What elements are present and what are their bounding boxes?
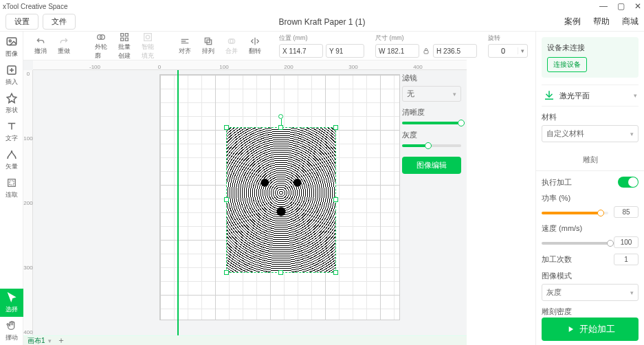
- connect-device-button[interactable]: 连接设备: [547, 57, 587, 72]
- store-link[interactable]: 商城: [622, 16, 639, 27]
- gray-slider[interactable]: [402, 144, 461, 147]
- svg-rect-7: [121, 33, 124, 36]
- document-title: Brown Kraft Paper 1 (1): [80, 17, 564, 27]
- add-canvas-button[interactable]: ＋: [57, 335, 65, 345]
- window-maximize-icon[interactable]: ▢: [617, 1, 625, 11]
- undo-button[interactable]: 撤消: [30, 34, 51, 57]
- size-w-field[interactable]: W 182.1: [375, 44, 419, 58]
- tool-code[interactable]: 连取: [0, 174, 23, 202]
- file-button[interactable]: 文件: [43, 14, 76, 30]
- density-label: 雕刻密度: [542, 307, 639, 317]
- resize-handle[interactable]: [224, 125, 229, 130]
- guide-line[interactable]: [177, 70, 179, 335]
- speed-slider[interactable]: [542, 242, 608, 245]
- filter-select[interactable]: 无▾: [402, 86, 461, 102]
- resize-handle[interactable]: [278, 270, 283, 275]
- arrange-button[interactable]: 排列: [198, 34, 219, 57]
- resize-handle[interactable]: [333, 197, 338, 202]
- speed-label: 速度 (mm/s): [542, 223, 639, 234]
- run-toggle[interactable]: [618, 177, 639, 188]
- top-toolbar: 撤消 重做 外轮廓 批量创建 智能填充 对齐 排列 合并 翻转 位置 (mm) …: [23, 32, 467, 60]
- tool-pan[interactable]: 挪动: [0, 317, 23, 345]
- svg-point-12: [146, 35, 149, 38]
- power-value[interactable]: 85: [614, 206, 639, 218]
- passes-label: 加工次数: [542, 254, 572, 265]
- play-icon: [566, 324, 575, 334]
- svg-rect-8: [125, 33, 128, 36]
- tab-menu-icon[interactable]: ▾: [48, 337, 52, 344]
- tool-text[interactable]: 文字: [0, 118, 23, 146]
- position-caption: 位置 (mm): [279, 34, 308, 43]
- outline-button[interactable]: 外轮廓: [91, 30, 111, 62]
- help-link[interactable]: 帮助: [593, 16, 610, 27]
- resize-handle[interactable]: [224, 197, 229, 202]
- app-title: xTool Creative Space: [3, 3, 599, 10]
- svg-rect-17: [424, 51, 428, 54]
- size-h-field[interactable]: H 236.5: [433, 44, 477, 58]
- canvas-tabs: 画布1 ▾ ＋: [23, 335, 467, 345]
- position-y-field[interactable]: Y 91: [326, 44, 364, 58]
- svg-rect-14: [207, 40, 212, 45]
- lock-aspect-icon[interactable]: [422, 47, 430, 55]
- settings-button[interactable]: 设置: [5, 14, 38, 30]
- power-slider[interactable]: [542, 212, 608, 214]
- right-panel: 设备未连接 连接设备 激光平面 ▾ 材料 自定义材料▾ 雕刻 执行加工 功率 (…: [535, 32, 644, 345]
- canvas-tab-1[interactable]: 画布1: [27, 336, 45, 346]
- run-label: 执行加工: [542, 177, 572, 188]
- rotate-caption: 旋转: [488, 34, 500, 43]
- tool-insert[interactable]: 插入: [0, 61, 23, 89]
- svg-rect-11: [144, 33, 152, 41]
- tool-select[interactable]: 选择: [0, 289, 23, 317]
- resize-handle[interactable]: [333, 125, 338, 130]
- image-adjust-panel: 滤镜 无▾ 清晰度 灰度 图像编辑: [397, 60, 467, 181]
- combine-button[interactable]: 合并: [221, 34, 242, 57]
- svg-rect-9: [121, 38, 124, 41]
- speed-value[interactable]: 100: [614, 236, 639, 248]
- chevron-down-icon: ▾: [634, 92, 637, 99]
- vertical-ruler: 0 100 200 300 400: [23, 70, 33, 335]
- left-tool-strip: 图像 插入 形状 文字 矢量 连取 选择 挪动: [0, 32, 23, 345]
- title-bar: xTool Creative Space — ▢ ✕: [0, 0, 644, 12]
- svg-rect-4: [10, 181, 14, 185]
- passes-value[interactable]: 1: [614, 254, 639, 265]
- image-mode-select[interactable]: 灰度▾: [542, 284, 639, 301]
- window-minimize-icon[interactable]: —: [599, 1, 608, 11]
- rotate-handle[interactable]: [278, 114, 283, 119]
- smart-fill-button[interactable]: 智能填充: [137, 30, 158, 62]
- tool-shape[interactable]: 形状: [0, 89, 23, 118]
- position-x-field[interactable]: X 114.7: [279, 44, 323, 58]
- selected-image[interactable]: [227, 128, 335, 272]
- resize-handle[interactable]: [224, 270, 229, 275]
- gray-label: 灰度: [402, 130, 461, 140]
- engrave-tab[interactable]: 雕刻: [536, 149, 644, 171]
- flip-button[interactable]: 翻转: [245, 34, 265, 57]
- selection-outline: [227, 128, 335, 272]
- laser-icon: [543, 89, 555, 102]
- filter-label: 滤镜: [402, 73, 461, 83]
- svg-rect-10: [125, 38, 128, 41]
- rotate-stepper-icon[interactable]: ▾: [518, 47, 527, 54]
- image-edit-button[interactable]: 图像编辑: [402, 157, 461, 174]
- start-process-button[interactable]: 开始加工: [542, 318, 639, 341]
- chevron-down-icon: ▾: [630, 289, 634, 296]
- material-label: 材料: [542, 112, 639, 122]
- device-box: 设备未连接 连接设备: [542, 37, 639, 78]
- cases-link[interactable]: 案例: [564, 16, 581, 27]
- rotate-field[interactable]: 0 ▾: [488, 44, 528, 58]
- tool-vector[interactable]: 矢量: [0, 146, 23, 174]
- redo-button[interactable]: 重做: [54, 34, 74, 57]
- resize-handle[interactable]: [278, 125, 283, 130]
- svg-rect-3: [8, 179, 15, 187]
- sharpness-label: 清晰度: [402, 107, 461, 118]
- laser-mode-select[interactable]: 激光平面 ▾: [542, 85, 639, 107]
- resize-handle[interactable]: [333, 270, 338, 275]
- device-status: 设备未连接: [547, 43, 633, 53]
- tool-image[interactable]: 图像: [0, 33, 23, 61]
- sharpness-slider[interactable]: [402, 122, 461, 124]
- window-close-icon[interactable]: ✕: [634, 1, 641, 11]
- image-mode-label: 图像模式: [542, 271, 639, 281]
- align-button[interactable]: 对齐: [175, 34, 195, 57]
- material-select[interactable]: 自定义材料▾: [542, 125, 639, 142]
- batch-create-button[interactable]: 批量创建: [114, 30, 135, 62]
- power-label: 功率 (%): [542, 193, 639, 203]
